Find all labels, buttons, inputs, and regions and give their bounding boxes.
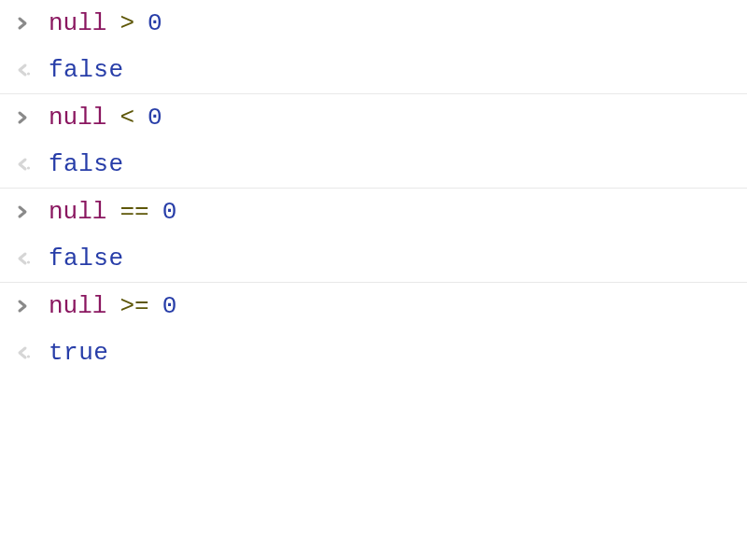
console-log: null > 0 false null < 0 bbox=[0, 0, 747, 376]
input-chevron-icon bbox=[15, 110, 49, 125]
token-number: 0 bbox=[162, 198, 177, 226]
token-operator: < bbox=[120, 104, 134, 132]
token-operator: > bbox=[120, 9, 134, 37]
token-boolean: false bbox=[49, 245, 124, 273]
console-output-row: true bbox=[0, 329, 747, 376]
token-number: 0 bbox=[148, 104, 162, 132]
output-chevron-icon bbox=[15, 345, 49, 360]
output-chevron-icon bbox=[15, 157, 49, 172]
svg-point-1 bbox=[27, 166, 30, 169]
console-entry: null >= 0 true bbox=[0, 283, 747, 376]
console-entry: null > 0 false bbox=[0, 0, 747, 94]
console-output-value: false bbox=[49, 56, 124, 84]
token-number: 0 bbox=[162, 292, 177, 320]
console-input-code: null > 0 bbox=[49, 9, 162, 37]
console-input-row[interactable]: null >= 0 bbox=[0, 283, 747, 329]
input-chevron-icon bbox=[15, 299, 49, 314]
token-operator: >= bbox=[120, 292, 148, 320]
token-keyword: null bbox=[49, 9, 106, 37]
console-entry: null == 0 false bbox=[0, 189, 747, 283]
output-chevron-icon bbox=[15, 251, 49, 266]
console-input-code: null >= 0 bbox=[49, 292, 176, 320]
console-input-code: null < 0 bbox=[49, 104, 162, 132]
console-input-code: null == 0 bbox=[49, 198, 176, 226]
token-operator: == bbox=[120, 198, 148, 226]
svg-point-3 bbox=[27, 355, 30, 357]
console-input-row[interactable]: null < 0 bbox=[0, 94, 747, 141]
console-output-row: false bbox=[0, 235, 747, 282]
console-output-value: false bbox=[49, 245, 124, 273]
svg-point-2 bbox=[27, 260, 30, 263]
input-chevron-icon bbox=[15, 16, 49, 31]
console-output-row: false bbox=[0, 47, 747, 93]
console-output-row: false bbox=[0, 141, 747, 188]
console-input-row[interactable]: null == 0 bbox=[0, 189, 747, 235]
input-chevron-icon bbox=[15, 204, 49, 219]
token-keyword: null bbox=[49, 198, 106, 226]
svg-point-0 bbox=[27, 72, 30, 75]
token-boolean: true bbox=[49, 339, 108, 367]
console-input-row[interactable]: null > 0 bbox=[0, 0, 747, 47]
token-boolean: false bbox=[49, 150, 124, 178]
token-keyword: null bbox=[49, 292, 106, 320]
console-output-value: true bbox=[49, 339, 108, 367]
console-entry: null < 0 false bbox=[0, 94, 747, 189]
token-number: 0 bbox=[148, 9, 162, 37]
output-chevron-icon bbox=[15, 63, 49, 77]
token-boolean: false bbox=[49, 56, 124, 84]
token-keyword: null bbox=[49, 104, 106, 132]
console-output-value: false bbox=[49, 150, 124, 178]
